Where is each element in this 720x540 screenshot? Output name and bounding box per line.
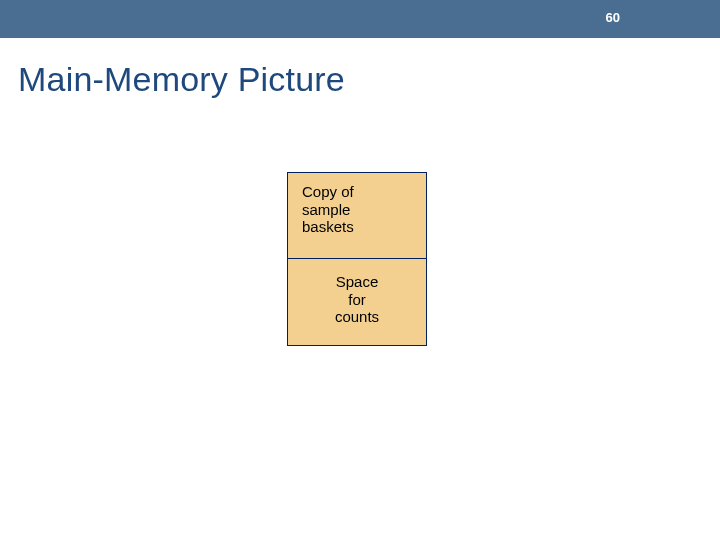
diagram-cell-line: counts [335,308,379,325]
header-bar: 60 [0,0,720,38]
memory-diagram: Copy of sample baskets Space for counts [287,172,427,346]
diagram-cell-counts: Space for counts [288,259,426,345]
page-title: Main-Memory Picture [18,60,345,99]
slide-number: 60 [606,10,620,25]
diagram-cell-line: Copy of [302,183,354,200]
diagram-cell-line: sample [302,201,350,218]
diagram-cell-line: for [348,291,366,308]
diagram-cell-line: baskets [302,218,354,235]
diagram-cell-sample-baskets: Copy of sample baskets [288,173,426,259]
diagram-cell-line: Space [336,273,379,290]
